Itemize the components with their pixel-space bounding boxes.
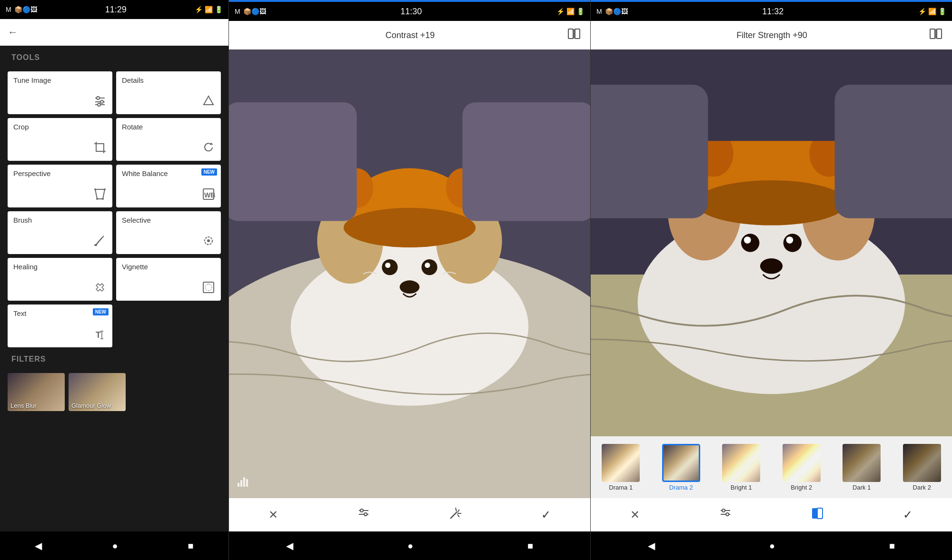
- cancel-button-2[interactable]: ✕: [268, 508, 278, 521]
- home-nav-3[interactable]: ●: [769, 540, 775, 551]
- magic-button-2[interactable]: [449, 507, 462, 523]
- filter-thumb-drama2: [662, 444, 700, 482]
- white-balance-icon: WB: [122, 187, 215, 204]
- confirm-button-2[interactable]: ✓: [541, 508, 551, 521]
- filter-preview-bright2: [783, 444, 821, 482]
- filter-item-bright2[interactable]: Bright 2: [772, 440, 832, 495]
- edit-toolbar-3: ✕ ✓: [591, 498, 952, 531]
- status-bar-1: M 📦🔵🖼 11:29 ⚡ 📶 🔋: [0, 0, 228, 19]
- perspective-icon: [13, 187, 107, 204]
- image-container-2: [229, 49, 590, 498]
- filter-strip: Drama 1 Drama 2 Bright 1 Bright 2 Dark 1: [591, 436, 952, 498]
- tools-grid: Tune Image Details Crop: [0, 71, 228, 347]
- filter-thumb-bright1: [722, 444, 760, 482]
- filter-preview-bright1: [722, 444, 760, 482]
- back-nav-1[interactable]: ◀: [35, 540, 42, 551]
- svg-point-60: [364, 513, 367, 516]
- tool-healing-label: Healing: [13, 263, 107, 271]
- bt-icon: ⚡: [195, 6, 203, 13]
- svg-point-58: [360, 509, 363, 512]
- back-nav-2[interactable]: ◀: [286, 540, 293, 551]
- filter-lens-blur-label: Lens Blur: [10, 402, 37, 409]
- filter-item-bright1[interactable]: Bright 1: [711, 440, 772, 495]
- svg-rect-67: [937, 29, 942, 39]
- compare-btn-3[interactable]: [929, 27, 942, 43]
- tool-perspective[interactable]: Perspective: [8, 165, 112, 207]
- sliders-button-2[interactable]: [357, 507, 370, 523]
- filter-thumb-bright2: [783, 444, 821, 482]
- svg-rect-53: [238, 483, 239, 487]
- filter-item-drama1[interactable]: Drama 1: [591, 440, 651, 495]
- filter-item-dark1[interactable]: Dark 1: [832, 440, 892, 495]
- text-new-badge: NEW: [93, 308, 109, 315]
- compare-btn-2[interactable]: [567, 27, 581, 43]
- filter-preview-dark2: [903, 444, 941, 482]
- battery-icon-3: 🔋: [938, 8, 946, 15]
- dog-image-3: [591, 49, 952, 436]
- filter-lens-blur[interactable]: Lens Blur: [8, 373, 65, 411]
- tune-image-icon: [13, 94, 107, 110]
- battery-icon: 🔋: [215, 6, 223, 13]
- svg-line-64: [457, 514, 459, 517]
- confirm-button-3[interactable]: ✓: [903, 508, 912, 521]
- tool-selective[interactable]: Selective: [116, 211, 221, 254]
- tool-white-balance[interactable]: White Balance NEW WB: [116, 165, 221, 207]
- app-icons: 📦🔵🖼: [14, 6, 37, 13]
- svg-point-17: [102, 198, 104, 200]
- svg-point-16: [96, 198, 98, 200]
- svg-point-45: [382, 259, 397, 275]
- tool-details[interactable]: Details: [116, 71, 221, 114]
- home-nav-1[interactable]: ●: [112, 540, 118, 551]
- back-button[interactable]: ←: [8, 26, 18, 39]
- edit-title-3: Filter Strength +90: [736, 30, 807, 40]
- filter-item-dark2[interactable]: Dark 2: [892, 440, 952, 495]
- svg-point-48: [425, 263, 430, 268]
- tool-crop[interactable]: Crop: [8, 118, 112, 161]
- home-nav-2[interactable]: ●: [407, 540, 413, 551]
- recent-nav-2[interactable]: ■: [527, 540, 533, 551]
- histogram-button-2[interactable]: [237, 475, 250, 491]
- svg-point-15: [104, 188, 106, 190]
- svg-rect-54: [240, 480, 242, 487]
- cancel-button-3[interactable]: ✕: [630, 508, 640, 521]
- recent-nav-1[interactable]: ■: [188, 540, 193, 551]
- filter-item-drama2[interactable]: Drama 2: [651, 440, 712, 495]
- svg-point-49: [400, 280, 420, 294]
- tool-vignette-label: Vignette: [122, 263, 215, 271]
- tool-tune-image[interactable]: Tune Image: [8, 71, 112, 114]
- tool-healing[interactable]: Healing: [8, 258, 112, 301]
- tool-brush[interactable]: Brush: [8, 211, 112, 254]
- recent-nav-3[interactable]: ■: [889, 540, 895, 551]
- panel-tools: M 📦🔵🖼 11:29 ⚡ 📶 🔋 ← TOOLS Tune Image: [0, 0, 228, 560]
- vignette-icon: [122, 281, 215, 297]
- bt-icon-2: ⚡: [556, 8, 565, 15]
- bottom-nav-3: ◀ ● ■: [591, 531, 952, 560]
- panel-filters: M 📦🔵🖼 11:32 ⚡ 📶 🔋 Filter Strength +90: [590, 0, 952, 560]
- filters-active-button-3[interactable]: [811, 507, 824, 523]
- tool-rotate[interactable]: Rotate: [116, 118, 221, 161]
- brush-icon: [13, 234, 107, 250]
- crop-icon: [13, 141, 107, 157]
- tool-crop-label: Crop: [13, 123, 107, 131]
- svg-point-84: [760, 258, 783, 274]
- svg-marker-13: [95, 189, 105, 199]
- image-container-3: [591, 49, 952, 436]
- svg-point-81: [783, 234, 802, 252]
- svg-point-46: [421, 259, 437, 275]
- top-nav-1: ←: [0, 19, 228, 46]
- back-nav-3[interactable]: ◀: [648, 540, 655, 551]
- svg-point-79: [695, 180, 847, 226]
- edit-title-2: Contrast +19: [386, 30, 435, 40]
- gmail-icon-2: M: [235, 8, 240, 15]
- tool-vignette[interactable]: Vignette: [116, 258, 221, 301]
- tool-text[interactable]: Text NEW T: [8, 305, 112, 347]
- filter-thumb-dark1: [843, 444, 881, 482]
- text-icon: T: [13, 327, 107, 344]
- sliders-button-3[interactable]: [719, 507, 732, 523]
- svg-point-47: [385, 263, 390, 268]
- svg-line-62: [457, 510, 459, 512]
- filter-label-dark1: Dark 1: [853, 484, 871, 491]
- status-time-2: 11:30: [400, 7, 422, 17]
- svg-rect-55: [243, 477, 245, 487]
- filter-glamour-glow[interactable]: Glamour Glow: [69, 373, 126, 411]
